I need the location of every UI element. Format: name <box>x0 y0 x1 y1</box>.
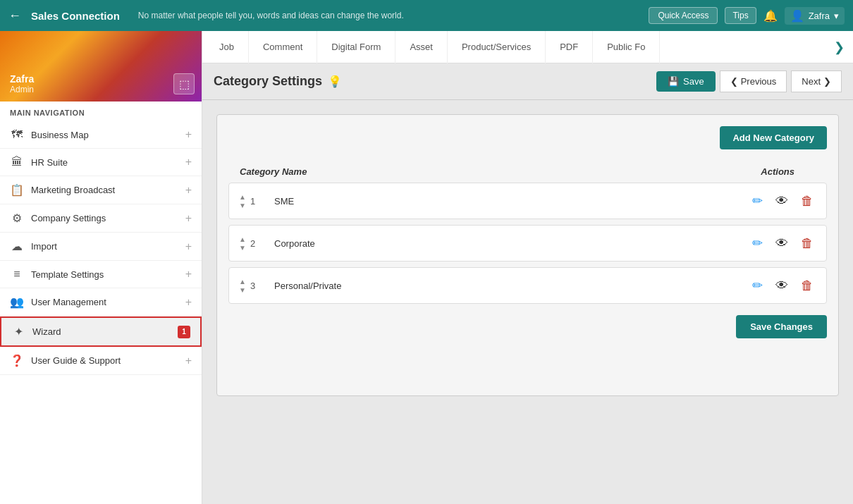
marketing-broadcast-label: Marketing Broadcast <box>31 185 178 195</box>
save-button[interactable]: 💾 Save <box>656 71 716 92</box>
save-changes-bar: Save Changes <box>228 315 827 338</box>
content-area: Add New Category Category Name Actions ▲… <box>202 100 853 504</box>
tips-button[interactable]: Tips <box>725 7 756 24</box>
tab-job[interactable]: Job <box>205 31 249 63</box>
sort-arrows-1[interactable]: ▲▼ <box>239 193 246 209</box>
row-actions-2: ✏ 👁 🗑 <box>749 233 816 254</box>
previous-button[interactable]: ❮ Previous <box>720 70 787 92</box>
row-order-3: ▲▼ 3 <box>239 278 274 294</box>
delete-button-1[interactable]: 🗑 <box>798 191 816 211</box>
business-map-expand-icon[interactable]: + <box>185 128 192 141</box>
tab-product-services[interactable]: Product/Services <box>448 31 546 63</box>
sidebar-nav-label: MAIN NAVIGATION <box>0 102 202 121</box>
nav-items-container: 🗺 Business Map + 🏛 HR Suite + 📋 Marketin… <box>0 121 202 375</box>
tabs-container: JobCommentDigital FormAssetProduct/Servi… <box>205 31 828 63</box>
edit-button-1[interactable]: ✏ <box>749 190 766 211</box>
table-header: Category Name Actions <box>228 161 827 183</box>
tab-pdf[interactable]: PDF <box>546 31 593 63</box>
company-settings-expand-icon[interactable]: + <box>185 212 192 225</box>
sidebar-item-user-management[interactable]: 👥 User Management + <box>0 288 202 316</box>
view-button-2[interactable]: 👁 <box>773 233 791 254</box>
user-guide-icon: ❓ <box>10 354 24 367</box>
content-inner: Add New Category Category Name Actions ▲… <box>216 114 839 396</box>
wizard-badge: 1 <box>178 326 190 338</box>
previous-icon: ❮ <box>730 76 738 87</box>
main-content: JobCommentDigital FormAssetProduct/Servi… <box>202 31 853 504</box>
next-button[interactable]: Next ❯ <box>791 70 842 92</box>
tab-asset[interactable]: Asset <box>395 31 448 63</box>
template-settings-expand-icon[interactable]: + <box>185 268 192 281</box>
tabs-next-arrow[interactable]: ❯ <box>828 31 850 63</box>
save-changes-button[interactable]: Save Changes <box>736 315 827 338</box>
user-name-label: Zafra <box>809 11 830 21</box>
category-row-2: ▲▼ 2 Corporate ✏ 👁 🗑 <box>228 225 827 262</box>
add-new-category-button[interactable]: Add New Category <box>720 126 827 149</box>
top-navigation: ← Sales Connection No matter what people… <box>0 0 853 31</box>
row-name-3: Personal/Private <box>274 281 749 291</box>
import-expand-icon[interactable]: + <box>185 240 192 253</box>
edit-button-3[interactable]: ✏ <box>749 275 766 296</box>
sidebar-item-import[interactable]: ☁ Import + <box>0 233 202 261</box>
sidebar-exit-button[interactable]: ⬚ <box>173 73 195 94</box>
chevron-down-icon: ▾ <box>834 11 839 21</box>
tab-digital-form[interactable]: Digital Form <box>317 31 395 63</box>
template-settings-label: Template Settings <box>31 269 178 280</box>
tab-comment[interactable]: Comment <box>249 31 317 63</box>
business-map-icon: 🗺 <box>10 128 24 141</box>
previous-label: Previous <box>741 76 777 87</box>
sidebar-user-info: Zafra Admin <box>10 73 34 94</box>
import-icon: ☁ <box>10 240 24 253</box>
sidebar-item-template-settings[interactable]: ≡ Template Settings + <box>0 261 202 288</box>
delete-button-3[interactable]: 🗑 <box>798 276 816 296</box>
row-number-3: 3 <box>250 281 255 291</box>
notifications-icon[interactable]: 🔔 <box>763 9 778 23</box>
sidebar-item-wizard[interactable]: ✦ Wizard 1 <box>0 316 202 347</box>
template-settings-icon: ≡ <box>10 268 24 281</box>
row-actions-3: ✏ 👁 🗑 <box>749 275 816 296</box>
sidebar: Zafra Admin ⬚ MAIN NAVIGATION 🗺 Business… <box>0 31 202 504</box>
hint-icon[interactable]: 💡 <box>328 75 342 88</box>
sort-arrows-2[interactable]: ▲▼ <box>239 235 246 252</box>
tabs-bar: JobCommentDigital FormAssetProduct/Servi… <box>202 31 853 63</box>
header-actions: 💾 Save ❮ Previous Next ❯ <box>656 70 842 92</box>
category-row-3: ▲▼ 3 Personal/Private ✏ 👁 🗑 <box>228 267 827 304</box>
quick-access-button[interactable]: Quick Access <box>649 7 718 24</box>
delete-button-2[interactable]: 🗑 <box>798 233 816 254</box>
categories-container: ▲▼ 1 SME ✏ 👁 🗑 ▲▼ 2 Corporate ✏ 👁 🗑 ▲▼ <box>228 183 827 304</box>
sidebar-item-marketing-broadcast[interactable]: 📋 Marketing Broadcast + <box>0 176 202 204</box>
edit-button-2[interactable]: ✏ <box>749 233 766 254</box>
sort-arrows-3[interactable]: ▲▼ <box>239 278 246 294</box>
save-icon: 💾 <box>668 76 679 87</box>
user-guide-expand-icon[interactable]: + <box>185 355 192 367</box>
row-actions-1: ✏ 👁 🗑 <box>749 190 816 211</box>
tab-public-form[interactable]: Public Fo <box>593 31 660 63</box>
import-label: Import <box>31 241 178 252</box>
sidebar-item-business-map[interactable]: 🗺 Business Map + <box>0 121 202 149</box>
sidebar-item-company-settings[interactable]: ⚙ Company Settings + <box>0 204 202 233</box>
row-number-2: 2 <box>250 238 255 249</box>
hr-suite-expand-icon[interactable]: + <box>185 156 192 168</box>
app-title: Sales Connection <box>31 10 120 22</box>
sidebar-user-name: Zafra <box>10 73 34 85</box>
page-title-text: Category Settings <box>214 74 322 89</box>
user-guide-label: User Guide & Support <box>31 355 178 366</box>
marketing-broadcast-expand-icon[interactable]: + <box>185 184 192 197</box>
user-menu[interactable]: 👤 Zafra ▾ <box>785 7 845 25</box>
wizard-label: Wizard <box>32 326 173 337</box>
marketing-broadcast-icon: 📋 <box>10 183 24 197</box>
company-settings-label: Company Settings <box>31 213 178 223</box>
user-avatar-icon: 👤 <box>790 9 804 23</box>
hr-suite-icon: 🏛 <box>10 156 24 168</box>
hr-suite-label: HR Suite <box>31 157 178 168</box>
add-category-bar: Add New Category <box>228 126 827 149</box>
view-button-3[interactable]: 👁 <box>773 276 791 296</box>
user-management-expand-icon[interactable]: + <box>185 296 192 309</box>
sidebar-item-user-guide[interactable]: ❓ User Guide & Support + <box>0 347 202 375</box>
sidebar-item-hr-suite[interactable]: 🏛 HR Suite + <box>0 149 202 176</box>
wizard-icon: ✦ <box>11 325 25 338</box>
view-button-1[interactable]: 👁 <box>773 191 791 211</box>
next-icon: ❯ <box>823 76 831 87</box>
user-management-label: User Management <box>31 297 178 307</box>
back-button[interactable]: ← <box>8 8 21 23</box>
next-label: Next <box>802 76 821 87</box>
